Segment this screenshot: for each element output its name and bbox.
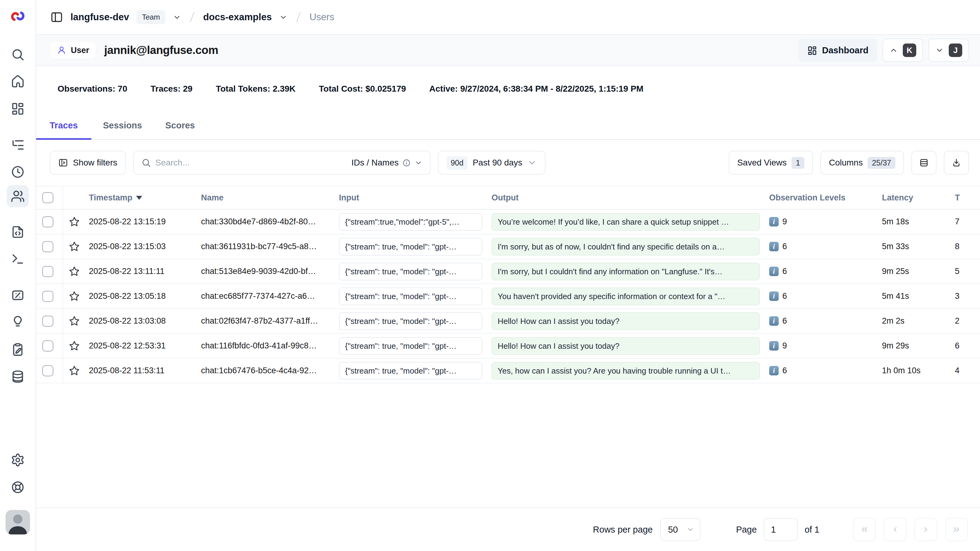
table-row[interactable]: 2025-08-22 12:53:31 chat:116fbfdc-0fd3-4… <box>36 334 980 358</box>
rows-per-page-select[interactable]: 50 <box>660 518 700 541</box>
star-icon <box>68 290 80 302</box>
next-page-button[interactable] <box>915 518 937 541</box>
row-checkbox-cell <box>36 309 63 333</box>
sidebar-item-sessions[interactable] <box>7 161 29 183</box>
dashboard-button[interactable]: Dashboard <box>799 38 877 62</box>
sidebar-item-playground[interactable] <box>7 248 29 270</box>
last-page-button[interactable] <box>945 518 968 541</box>
next-user-button[interactable]: J <box>929 38 969 62</box>
table-row[interactable]: 2025-08-22 13:05:18 chat:ec685f77-7374-4… <box>36 284 980 309</box>
column-header-name[interactable]: Name <box>197 193 335 202</box>
sidebar-item-home[interactable] <box>7 70 29 92</box>
profile-avatar[interactable] <box>5 510 30 535</box>
sidebar-item-users[interactable] <box>7 185 29 207</box>
table-row[interactable]: 2025-08-22 13:15:03 chat:3611931b-bc77-4… <box>36 234 980 259</box>
sidebar-item-tracing[interactable] <box>7 134 29 156</box>
cell-output[interactable]: I'm sorry, but I couldn't find any infor… <box>488 263 765 280</box>
cell-output[interactable]: Hello! How can I assist you today? <box>488 337 765 355</box>
column-header-latency[interactable]: Latency <box>878 193 951 202</box>
bookmark-star-button[interactable] <box>63 340 85 352</box>
tab-traces[interactable]: Traces <box>36 111 91 139</box>
table-row[interactable]: 2025-08-22 11:53:11 chat:1cb67476-b5ce-4… <box>36 358 980 383</box>
row-height-button[interactable] <box>912 151 937 175</box>
cell-trace-name[interactable]: chat:116fbfdc-0fd3-41af-99c8… <box>197 341 335 350</box>
cell-trace-name[interactable]: chat:02f63f47-87b2-4377-a1ff… <box>197 316 335 326</box>
bookmark-star-button[interactable] <box>63 365 85 376</box>
cell-input[interactable]: {"stream": true, "model": "gpt-… <box>335 263 488 280</box>
previous-page-button[interactable] <box>884 518 907 541</box>
saved-views-button[interactable]: Saved Views 1 <box>729 151 813 175</box>
tab-sessions[interactable]: Sessions <box>91 111 154 139</box>
column-header-output[interactable]: Output <box>488 193 765 202</box>
rows-per-page-label: Rows per page <box>593 525 653 535</box>
cell-trace-name[interactable]: chat:330bd4e7-d869-4b2f-80… <box>197 217 335 226</box>
export-button[interactable] <box>944 151 969 175</box>
row-checkbox[interactable] <box>42 217 53 228</box>
org-switcher-chevron[interactable] <box>173 13 181 21</box>
sidebar-item-support[interactable] <box>7 476 29 498</box>
page-number-input[interactable] <box>764 518 798 541</box>
bookmark-star-button[interactable] <box>63 241 85 252</box>
sidebar-item-settings[interactable] <box>7 449 29 471</box>
cell-input[interactable]: {"stream": true, "model": "gpt-… <box>335 312 488 330</box>
cell-input[interactable]: {"stream":true,"model":"gpt-5",… <box>335 213 488 231</box>
row-checkbox[interactable] <box>42 241 53 252</box>
sidebar-item-evaluation[interactable] <box>7 284 29 306</box>
table-row[interactable]: 2025-08-22 13:11:11 chat:513e84e9-9039-4… <box>36 259 980 284</box>
bookmark-star-button[interactable] <box>63 266 85 277</box>
project-switcher-chevron[interactable] <box>279 13 288 21</box>
cell-output[interactable]: I'm sorry, but as of now, I couldn't fin… <box>488 238 765 256</box>
output-preview: Yes, how can I assist you? Are you havin… <box>492 362 760 380</box>
search-box: IDs / Names <box>133 151 431 175</box>
table-row[interactable]: 2025-08-22 13:03:08 chat:02f63f47-87b2-4… <box>36 309 980 334</box>
sidebar-item-annotation[interactable] <box>7 338 29 360</box>
column-header-observation-levels[interactable]: Observation Levels <box>765 193 878 202</box>
breadcrumb-org[interactable]: langfuse-dev <box>70 12 129 23</box>
cell-trace-name[interactable]: chat:3611931b-bc77-49c5-a8… <box>197 242 335 251</box>
cell-output[interactable]: You haven't provided any specific inform… <box>488 287 765 305</box>
row-checkbox[interactable] <box>42 291 53 302</box>
column-header-tokens-clipped[interactable]: T <box>951 193 980 202</box>
cell-input[interactable]: {"stream": true, "model": "gpt-… <box>335 287 488 305</box>
search-scope-selector[interactable]: IDs / Names <box>352 158 423 168</box>
sidebar-item-judge[interactable] <box>7 311 29 333</box>
row-checkbox[interactable] <box>42 341 53 352</box>
bookmark-star-button[interactable] <box>63 216 85 228</box>
bookmark-star-button[interactable] <box>63 290 85 302</box>
cell-trace-name[interactable]: chat:ec685f77-7374-427c-a6… <box>197 291 335 301</box>
date-range-selector[interactable]: 90d Past 90 days <box>438 151 546 175</box>
sidebar-item-dashboards[interactable] <box>7 97 29 119</box>
row-checkbox[interactable] <box>42 266 53 277</box>
breadcrumb-slash-icon <box>188 10 196 24</box>
cell-output[interactable]: Yes, how can I assist you? Are you havin… <box>488 362 765 380</box>
cell-input[interactable]: {"stream": true, "model": "gpt-… <box>335 362 488 380</box>
info-level-count: 6 <box>782 366 787 376</box>
tab-scores[interactable]: Scores <box>154 111 207 139</box>
cell-input[interactable]: {"stream": true, "model": "gpt-… <box>335 238 488 256</box>
sidebar-item-search[interactable] <box>7 43 29 65</box>
user-stats: Observations: 70 Traces: 29 Total Tokens… <box>36 66 980 111</box>
cell-trace-name[interactable]: chat:513e84e9-9039-42d0-bf… <box>197 267 335 276</box>
info-level-icon: i <box>769 217 779 226</box>
previous-user-button[interactable]: K <box>883 38 923 62</box>
cell-trace-name[interactable]: chat:1cb67476-b5ce-4c4a-92… <box>197 366 335 376</box>
first-page-button[interactable] <box>853 518 876 541</box>
breadcrumb-project[interactable]: docs-examples <box>203 12 272 23</box>
cell-input[interactable]: {"stream": true, "model": "gpt-… <box>335 337 488 355</box>
bookmark-star-button[interactable] <box>63 315 85 326</box>
row-checkbox[interactable] <box>42 365 53 376</box>
sidebar-toggle-button[interactable] <box>50 11 63 24</box>
sidebar-item-datasets[interactable] <box>7 366 29 388</box>
cell-output[interactable]: Hello! How can I assist you today? <box>488 312 765 330</box>
tab-bar: Traces Sessions Scores <box>36 111 980 140</box>
cell-output[interactable]: You’re welcome! If you’d like, I can sha… <box>488 213 765 231</box>
columns-button[interactable]: Columns 25/37 <box>820 151 904 175</box>
column-header-input[interactable]: Input <box>335 193 488 202</box>
select-all-checkbox[interactable] <box>42 192 53 203</box>
search-input[interactable] <box>155 158 347 168</box>
column-header-timestamp[interactable]: Timestamp <box>85 193 197 202</box>
show-filters-button[interactable]: Show filters <box>49 151 126 175</box>
table-row[interactable]: 2025-08-22 13:15:19 chat:330bd4e7-d869-4… <box>36 210 980 234</box>
row-checkbox[interactable] <box>42 315 53 326</box>
sidebar-item-prompts[interactable] <box>7 221 29 243</box>
